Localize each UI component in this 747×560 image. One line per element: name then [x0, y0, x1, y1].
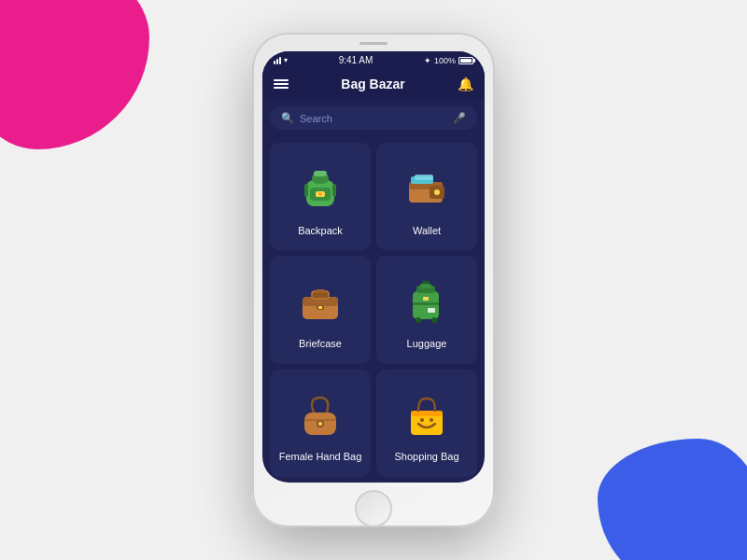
- svg-point-36: [430, 418, 433, 422]
- top-bar: Bag Bazar 🔔: [262, 69, 485, 99]
- briefcase-label: Briefcase: [299, 338, 342, 349]
- svg-rect-22: [420, 284, 431, 288]
- search-icon: 🔍: [281, 112, 294, 124]
- shopping-bag-label: Shopping Bag: [394, 451, 458, 462]
- svg-rect-19: [318, 306, 322, 309]
- wallet-label: Wallet: [413, 225, 441, 236]
- svg-point-11: [434, 189, 440, 195]
- search-bar[interactable]: 🔍 🎤: [270, 106, 477, 130]
- female-hand-bag-icon: [292, 387, 348, 443]
- mic-icon[interactable]: 🎤: [453, 112, 466, 124]
- app-title: Bag Bazar: [341, 77, 404, 91]
- svg-point-27: [431, 317, 437, 323]
- category-item-female-hand-bag[interactable]: Female Hand Bag: [270, 370, 371, 477]
- category-item-luggage[interactable]: Luggage: [376, 256, 477, 363]
- phone-frame: ▾ 9:41 AM ✦ 100% Bag Bazar 🔔 🔍 🎤: [252, 33, 495, 527]
- svg-rect-23: [422, 281, 430, 284]
- category-item-wallet[interactable]: Wallet: [376, 143, 477, 250]
- svg-rect-7: [332, 184, 336, 197]
- category-item-shopping-bag[interactable]: Shopping Bag: [376, 370, 477, 477]
- backpack-icon: [292, 161, 348, 217]
- svg-rect-34: [411, 411, 443, 416]
- female-hand-bag-label: Female Hand Bag: [279, 451, 362, 462]
- phone-screen: ▾ 9:41 AM ✦ 100% Bag Bazar 🔔 🔍 🎤: [262, 51, 485, 483]
- status-bar: ▾ 9:41 AM ✦ 100%: [262, 51, 485, 69]
- wallet-icon: [399, 161, 455, 217]
- svg-rect-28: [428, 308, 435, 313]
- home-button[interactable]: [355, 490, 392, 527]
- category-item-briefcase[interactable]: Briefcase: [270, 256, 371, 363]
- speaker: [359, 42, 388, 45]
- svg-point-26: [416, 317, 421, 323]
- search-input[interactable]: [300, 113, 447, 124]
- status-time: 9:41 AM: [339, 55, 374, 65]
- signal-icon: [274, 57, 281, 64]
- wifi-icon: ▾: [284, 56, 288, 64]
- menu-button[interactable]: [274, 79, 289, 89]
- battery-icon: [458, 57, 473, 64]
- svg-rect-2: [314, 171, 327, 176]
- status-right: ✦ 100%: [424, 56, 473, 65]
- status-left: ▾: [274, 56, 288, 64]
- backpack-label: Backpack: [298, 225, 343, 236]
- svg-rect-24: [413, 302, 439, 305]
- svg-rect-25: [423, 297, 429, 301]
- svg-point-31: [318, 422, 322, 426]
- category-grid: Backpack Wallet: [262, 137, 485, 483]
- briefcase-icon: [292, 274, 348, 330]
- luggage-icon: [399, 274, 455, 330]
- category-item-backpack[interactable]: Backpack: [270, 143, 371, 250]
- svg-rect-13: [415, 175, 433, 180]
- svg-point-5: [318, 192, 322, 196]
- bluetooth-icon: ✦: [424, 56, 431, 65]
- bell-icon[interactable]: 🔔: [458, 77, 473, 91]
- background-blob-pink: [0, 0, 149, 149]
- battery-text: 100%: [434, 56, 456, 65]
- luggage-label: Luggage: [407, 338, 447, 349]
- shopping-bag-icon: [399, 387, 455, 443]
- svg-rect-6: [304, 184, 308, 197]
- svg-point-35: [420, 418, 424, 422]
- background-blob-blue: [598, 439, 747, 560]
